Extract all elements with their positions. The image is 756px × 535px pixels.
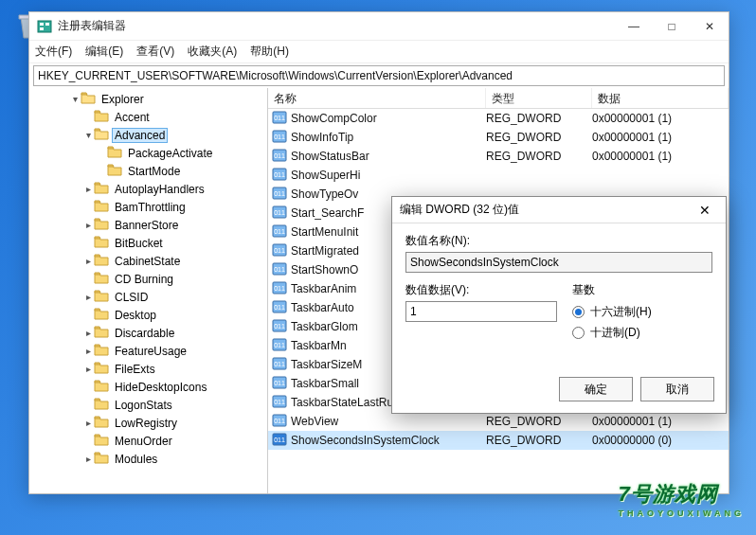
value-name-label: 数值名称(N):	[405, 233, 712, 249]
tree-item[interactable]: ▸Discardable	[29, 324, 267, 342]
tree-item[interactable]: ▾Advanced	[29, 126, 267, 144]
chevron-right-icon[interactable]: ▸	[82, 220, 94, 230]
dword-icon: 011	[272, 300, 291, 316]
svg-text:011: 011	[274, 228, 285, 235]
radio-icon	[572, 327, 585, 339]
tree-item-label: LowRegistry	[113, 417, 179, 430]
svg-rect-1	[40, 23, 44, 26]
list-row[interactable]: 011ShowSecondsInSystemClockREG_DWORD0x00…	[268, 431, 729, 450]
value-name: TaskbarSizeM	[291, 358, 362, 371]
radio-dec[interactable]: 十进制(D)	[572, 322, 652, 343]
tree-item-label: Discardable	[113, 327, 176, 340]
chevron-down-icon[interactable]: ▾	[82, 130, 94, 140]
maximize-button[interactable]: □	[653, 12, 691, 41]
svg-text:011: 011	[274, 342, 285, 348]
menu-favorites[interactable]: 收藏夹(A)	[188, 44, 237, 60]
dword-icon: 011	[272, 395, 291, 411]
tree-item[interactable]: ▸CLSID	[29, 288, 267, 306]
tree-item[interactable]: ▸StartMode	[29, 162, 267, 180]
folder-icon	[107, 163, 126, 179]
svg-text:011: 011	[274, 399, 285, 405]
list-row[interactable]: 011ShowCompColorREG_DWORD0x00000001 (1)	[268, 109, 729, 128]
chevron-right-icon[interactable]: ▸	[82, 328, 94, 338]
tree-item[interactable]: ▸BamThrottling	[29, 198, 267, 216]
chevron-right-icon[interactable]: ▸	[82, 184, 94, 194]
value-data: 0x00000001 (1)	[592, 112, 729, 125]
tree-item[interactable]: ▸CabinetState	[29, 252, 267, 270]
tree-item-label: CLSID	[113, 291, 150, 304]
chevron-right-icon[interactable]: ▸	[82, 292, 94, 302]
cancel-button[interactable]: 取消	[640, 377, 714, 401]
chevron-right-icon[interactable]: ▸	[82, 454, 94, 464]
folder-icon	[94, 361, 113, 377]
chevron-right-icon[interactable]: ▸	[82, 364, 94, 374]
tree-item-label: HideDesktopIcons	[113, 381, 208, 394]
folder-icon	[107, 145, 126, 161]
tree-item-label: FeatureUsage	[113, 345, 189, 358]
dword-icon: 011	[272, 243, 291, 259]
list-row[interactable]: 011ShowInfoTipREG_DWORD0x00000001 (1)	[268, 128, 729, 147]
radio-hex[interactable]: 十六进制(H)	[572, 301, 652, 322]
chevron-down-icon[interactable]: ▾	[69, 94, 81, 104]
tree-item[interactable]: ▸Desktop	[29, 306, 267, 324]
tree-item[interactable]: ▸BannerStore	[29, 216, 267, 234]
folder-icon	[94, 217, 113, 233]
tree-item[interactable]: ▸CD Burning	[29, 270, 267, 288]
tree-item[interactable]: ▸FileExts	[29, 360, 267, 378]
tree-item[interactable]: ▸HideDesktopIcons	[29, 378, 267, 396]
menu-file[interactable]: 文件(F)	[35, 44, 72, 60]
close-button[interactable]: ✕	[691, 12, 729, 41]
chevron-right-icon[interactable]: ▸	[82, 256, 94, 266]
tree-pane[interactable]: ▾Explorer▸Accent▾Advanced▸PackageActivat…	[29, 88, 268, 493]
tree-item[interactable]: ▸AutoplayHandlers	[29, 180, 267, 198]
svg-text:011: 011	[274, 190, 285, 197]
menubar: 文件(F) 编辑(E) 查看(V) 收藏夹(A) 帮助(H)	[29, 41, 729, 63]
chevron-right-icon[interactable]: ▸	[82, 346, 94, 356]
tree-item[interactable]: ▸LogonStats	[29, 396, 267, 414]
tree-item[interactable]: ▸FeatureUsage	[29, 342, 267, 360]
tree-item[interactable]: ▸LowRegistry	[29, 414, 267, 432]
tree-item[interactable]: ▸PackageActivate	[29, 144, 267, 162]
dword-icon: 011	[272, 338, 291, 354]
chevron-right-icon[interactable]: ▸	[82, 418, 94, 428]
dialog-close-button[interactable]: ✕	[692, 197, 718, 223]
dword-icon: 011	[272, 168, 291, 184]
menu-edit[interactable]: 编辑(E)	[85, 44, 123, 60]
tree-item[interactable]: ▸BitBucket	[29, 234, 267, 252]
value-type: REG_DWORD	[486, 415, 592, 428]
dialog-title: 编辑 DWORD (32 位)值	[400, 202, 692, 218]
titlebar[interactable]: 注册表编辑器 — □ ✕	[29, 12, 729, 41]
tree-item[interactable]: ▸MenuOrder	[29, 432, 267, 450]
ok-button[interactable]: 确定	[559, 377, 633, 401]
tree-item[interactable]: ▾Explorer	[29, 90, 267, 108]
svg-text:011: 011	[274, 152, 285, 159]
svg-rect-2	[40, 27, 44, 30]
list-row[interactable]: 011ShowSuperHi	[268, 166, 729, 185]
tree-item-label: Modules	[113, 453, 159, 466]
tree-item-label: PackageActivate	[126, 147, 214, 160]
menu-help[interactable]: 帮助(H)	[250, 44, 289, 60]
svg-text:011: 011	[274, 266, 285, 273]
value-name: ShowStatusBar	[291, 150, 369, 163]
column-data[interactable]: 数据	[592, 88, 729, 108]
minimize-button[interactable]: —	[615, 12, 653, 41]
folder-icon	[94, 451, 113, 467]
value-data: 0x00000000 (0)	[592, 434, 729, 447]
address-text: HKEY_CURRENT_USER\SOFTWARE\Microsoft\Win…	[38, 69, 513, 82]
tree-item-label: StartMode	[126, 165, 182, 178]
dialog-titlebar[interactable]: 编辑 DWORD (32 位)值 ✕	[392, 197, 726, 223]
base-label: 基数	[572, 282, 652, 298]
dword-icon: 011	[272, 281, 291, 297]
address-bar[interactable]: HKEY_CURRENT_USER\SOFTWARE\Microsoft\Win…	[33, 65, 725, 86]
value-data-field[interactable]	[405, 301, 557, 322]
tree-item[interactable]: ▸Accent	[29, 108, 267, 126]
menu-view[interactable]: 查看(V)	[136, 44, 174, 60]
dword-icon: 011	[272, 111, 291, 127]
list-row[interactable]: 011WebViewREG_DWORD0x00000001 (1)	[268, 412, 729, 431]
column-name[interactable]: 名称	[268, 88, 486, 108]
tree-item[interactable]: ▸Modules	[29, 450, 267, 468]
tree-item-label: Explorer	[99, 93, 146, 106]
column-type[interactable]: 类型	[486, 88, 592, 108]
dword-icon: 011	[272, 224, 291, 241]
list-row[interactable]: 011ShowStatusBarREG_DWORD0x00000001 (1)	[268, 147, 729, 166]
